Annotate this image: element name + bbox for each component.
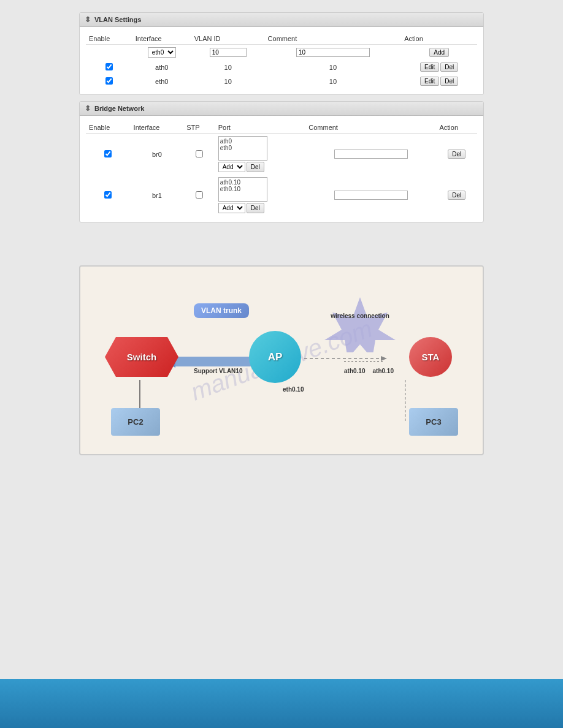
burst-svg (317, 294, 403, 352)
bridge-comment-1[interactable] (334, 150, 408, 159)
spacer (79, 461, 484, 498)
bridge-port-cell-1: ath0eth0 Add Del (218, 136, 303, 172)
b-col-action: Action (436, 122, 477, 134)
bridge-row-1: br0 ath0eth0 Add Del (86, 134, 477, 175)
col-action: Action (401, 33, 477, 45)
pc3-node: PC3 (409, 408, 458, 436)
vlan-row-2: eth0 10 10 Edit Del (86, 74, 477, 88)
vlan-iface-2: eth0 (132, 74, 191, 88)
col-interface: Interface (132, 33, 191, 45)
del-btn-1[interactable]: Del (440, 63, 458, 72)
col-comment: Comment (265, 33, 402, 45)
b-col-port: Port (215, 122, 306, 134)
bridge-stp-1[interactable] (196, 150, 203, 157)
sta-shape: STA (409, 337, 452, 377)
port-controls-1: Add Del (218, 162, 264, 172)
bridge-stp-2[interactable] (196, 191, 203, 199)
bridge-del-1[interactable]: Del (448, 150, 465, 159)
bridge-iface-2: br1 (131, 175, 184, 216)
page-wrapper: ⇕ VLAN Settings Enable Interface VLAN ID… (0, 0, 563, 728)
vlan-actions-2: Edit Del (420, 77, 458, 86)
ath0-10-label2: ath0.10 (373, 368, 394, 374)
pc3-label: PC3 (426, 417, 441, 427)
vlan-trunk-bubble: VLAN trunk (194, 303, 249, 318)
ath0-10-label1: ath0.10 (344, 368, 365, 374)
vlan-add-row: eth0 Add (86, 45, 477, 61)
vlan-settings-header: ⇕ VLAN Settings (80, 13, 483, 27)
bridge-table: Enable Interface STP Port Comment Action (86, 122, 477, 216)
vlan-id-2: 10 (191, 74, 265, 88)
pc2-shape: PC2 (111, 408, 160, 436)
b-col-interface: Interface (131, 122, 184, 134)
add-button[interactable]: Add (429, 48, 449, 57)
port-list-2: ath0.10eth0.10 (218, 177, 267, 202)
vlan-row-1: ath0 10 10 Edit Del (86, 60, 477, 74)
bridge-row-2: br1 ath0.10eth0.10 Add Del (86, 175, 477, 216)
sta-node: STA (409, 337, 452, 377)
sta-label: STA (422, 352, 440, 362)
col-enable: Enable (86, 33, 132, 45)
vlan-trunk-label: VLAN trunk (201, 306, 242, 315)
switch-label: Switch (127, 352, 156, 362)
add-port-select-2[interactable]: Add (218, 203, 245, 213)
vlan-actions-1: Edit Del (420, 63, 458, 72)
svg-marker-9 (324, 297, 396, 352)
edit-btn-2[interactable]: Edit (420, 77, 439, 86)
interface-select[interactable]: eth0 (148, 47, 176, 58)
pc3-shape: PC3 (409, 408, 458, 436)
vlan-icon: ⇕ (85, 15, 91, 24)
vlan-enable-1[interactable] (105, 63, 113, 70)
del-btn-2[interactable]: Del (440, 77, 458, 86)
vlan-settings-body: Enable Interface VLAN ID Comment Action (80, 27, 483, 94)
bridge-network-title: Bridge Network (94, 105, 144, 112)
bridge-network-body: Enable Interface STP Port Comment Action (80, 116, 483, 222)
vlan-table: Enable Interface VLAN ID Comment Action (86, 33, 477, 88)
vlan-comment-1: 10 (265, 60, 402, 74)
col-vlan-id: VLAN ID (191, 33, 265, 45)
bridge-network-header: ⇕ Bridge Network (80, 102, 483, 116)
switch-shape: Switch (105, 337, 178, 377)
svg-marker-5 (381, 356, 387, 361)
vlan-enable-2[interactable] (105, 77, 113, 85)
del-port-btn-1[interactable]: Del (247, 162, 264, 172)
ap-label: AP (268, 351, 283, 363)
bridge-icon: ⇕ (85, 104, 91, 113)
ap-shape: AP (249, 331, 301, 383)
pc2-node: PC2 (111, 408, 160, 436)
b-col-comment: Comment (305, 122, 436, 134)
bottom-bar (0, 679, 563, 728)
bridge-enable-2[interactable] (104, 191, 112, 199)
comment-input[interactable] (296, 48, 370, 57)
ap-node: AP (249, 331, 301, 383)
bridge-del-2[interactable]: Del (448, 191, 465, 200)
eth0-10-label: eth0.10 (283, 386, 304, 393)
del-port-btn-2[interactable]: Del (247, 203, 264, 213)
b-col-stp: STP (183, 122, 215, 134)
bridge-iface-1: br0 (131, 134, 184, 175)
b-col-enable: Enable (86, 122, 131, 134)
pc2-label: PC2 (128, 417, 143, 427)
bridge-comment-2[interactable] (334, 191, 408, 200)
edit-btn-1[interactable]: Edit (420, 63, 439, 72)
vlan-settings-title: VLAN Settings (94, 16, 141, 23)
vlan-id-1: 10 (191, 60, 265, 74)
vlan-settings-panel: ⇕ VLAN Settings Enable Interface VLAN ID… (79, 12, 484, 95)
support-vlan10-label: Support VLAN10 (194, 368, 242, 374)
port-list-1: ath0eth0 (218, 136, 267, 161)
port-controls-2: Add Del (218, 203, 264, 213)
network-diagram: manualshlve.com (79, 265, 484, 455)
switch-node: Switch (105, 337, 178, 377)
bridge-enable-1[interactable] (104, 150, 112, 157)
wireless-label: wireless connection (331, 313, 389, 319)
vlan-comment-2: 10 (265, 74, 402, 88)
add-port-select-1[interactable]: Add (218, 162, 245, 172)
vlan-id-input[interactable] (210, 48, 247, 57)
bridge-port-cell-2: ath0.10eth0.10 Add Del (218, 177, 303, 213)
content-area: ⇕ VLAN Settings Enable Interface VLAN ID… (79, 12, 484, 498)
wireless-bubble: wireless connection (317, 294, 403, 352)
bridge-network-panel: ⇕ Bridge Network Enable Interface STP Po… (79, 101, 484, 222)
vlan-iface-1: ath0 (132, 60, 191, 74)
